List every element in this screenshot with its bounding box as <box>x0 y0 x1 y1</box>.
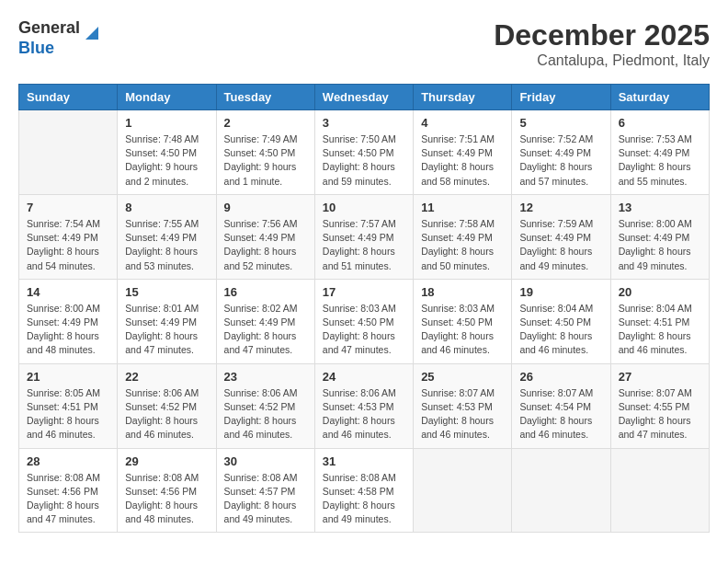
calendar-cell: 14Sunrise: 8:00 AMSunset: 4:49 PMDayligh… <box>19 279 118 363</box>
day-number: 16 <box>224 285 307 299</box>
calendar-cell: 16Sunrise: 8:02 AMSunset: 4:49 PMDayligh… <box>216 279 314 363</box>
day-number: 20 <box>619 285 701 299</box>
day-info: Sunrise: 8:08 AMSunset: 4:56 PMDaylight:… <box>125 471 208 527</box>
day-number: 2 <box>224 116 307 130</box>
calendar-cell: 13Sunrise: 8:00 AMSunset: 4:49 PMDayligh… <box>610 194 709 279</box>
day-info: Sunrise: 7:48 AMSunset: 4:50 PMDaylight:… <box>125 132 208 189</box>
calendar-cell: 30Sunrise: 8:08 AMSunset: 4:57 PMDayligh… <box>216 448 314 533</box>
day-number: 21 <box>27 370 109 384</box>
calendar-cell: 26Sunrise: 8:07 AMSunset: 4:54 PMDayligh… <box>512 363 610 448</box>
day-info: Sunrise: 7:50 AMSunset: 4:50 PMDaylight:… <box>323 132 405 189</box>
day-number: 4 <box>421 116 504 130</box>
day-info: Sunrise: 7:53 AMSunset: 4:49 PMDaylight:… <box>619 132 701 189</box>
calendar-week-row: 14Sunrise: 8:00 AMSunset: 4:49 PMDayligh… <box>19 279 710 363</box>
calendar-cell: 15Sunrise: 8:01 AMSunset: 4:49 PMDayligh… <box>118 279 216 363</box>
day-number: 31 <box>323 454 405 468</box>
calendar-cell: 29Sunrise: 8:08 AMSunset: 4:56 PMDayligh… <box>118 448 216 533</box>
day-info: Sunrise: 8:00 AMSunset: 4:49 PMDaylight:… <box>619 217 701 273</box>
calendar-cell: 19Sunrise: 8:04 AMSunset: 4:50 PMDayligh… <box>512 279 610 363</box>
calendar-week-row: 7Sunrise: 7:54 AMSunset: 4:49 PMDaylight… <box>19 194 710 279</box>
day-info: Sunrise: 8:02 AMSunset: 4:49 PMDaylight:… <box>224 302 307 358</box>
day-info: Sunrise: 8:08 AMSunset: 4:57 PMDaylight:… <box>224 471 307 527</box>
day-number: 11 <box>421 201 504 214</box>
day-number: 7 <box>27 201 109 214</box>
day-number: 14 <box>27 285 109 299</box>
day-info: Sunrise: 7:51 AMSunset: 4:49 PMDaylight:… <box>421 132 504 189</box>
day-number: 13 <box>619 201 701 214</box>
day-info: Sunrise: 7:59 AMSunset: 4:49 PMDaylight:… <box>519 217 602 273</box>
calendar-cell <box>19 110 118 195</box>
calendar-cell: 23Sunrise: 8:06 AMSunset: 4:52 PMDayligh… <box>216 363 314 448</box>
col-header-friday: Friday <box>512 85 610 110</box>
day-info: Sunrise: 8:04 AMSunset: 4:51 PMDaylight:… <box>619 302 701 358</box>
calendar-cell: 31Sunrise: 8:08 AMSunset: 4:58 PMDayligh… <box>314 448 413 533</box>
day-number: 15 <box>125 285 208 299</box>
day-number: 22 <box>125 370 208 384</box>
day-info: Sunrise: 7:49 AMSunset: 4:50 PMDaylight:… <box>224 132 307 189</box>
day-number: 17 <box>323 285 405 299</box>
day-info: Sunrise: 8:00 AMSunset: 4:49 PMDaylight:… <box>27 302 109 358</box>
day-number: 28 <box>27 454 109 468</box>
day-number: 19 <box>519 285 602 299</box>
calendar-header-row: SundayMondayTuesdayWednesdayThursdayFrid… <box>19 85 710 110</box>
calendar-cell: 28Sunrise: 8:08 AMSunset: 4:56 PMDayligh… <box>19 448 118 533</box>
calendar-cell: 8Sunrise: 7:55 AMSunset: 4:49 PMDaylight… <box>118 194 216 279</box>
calendar-cell: 4Sunrise: 7:51 AMSunset: 4:49 PMDaylight… <box>414 110 512 195</box>
calendar-cell <box>414 448 512 533</box>
calendar-cell: 27Sunrise: 8:07 AMSunset: 4:55 PMDayligh… <box>610 363 709 448</box>
calendar-cell <box>610 448 709 533</box>
calendar-cell: 20Sunrise: 8:04 AMSunset: 4:51 PMDayligh… <box>610 279 709 363</box>
day-info: Sunrise: 8:06 AMSunset: 4:53 PMDaylight:… <box>323 386 405 442</box>
day-info: Sunrise: 8:08 AMSunset: 4:56 PMDaylight:… <box>27 471 109 527</box>
col-header-wednesday: Wednesday <box>314 85 413 110</box>
month-title: December 2025 <box>494 18 710 52</box>
day-number: 8 <box>125 201 208 214</box>
day-number: 27 <box>619 370 701 384</box>
day-number: 23 <box>224 370 307 384</box>
day-info: Sunrise: 8:06 AMSunset: 4:52 PMDaylight:… <box>224 386 307 442</box>
logo-icon <box>82 23 102 47</box>
day-info: Sunrise: 8:05 AMSunset: 4:51 PMDaylight:… <box>27 386 109 442</box>
day-number: 24 <box>323 370 405 384</box>
title-area: December 2025 Cantalupa, Piedmont, Italy <box>494 18 710 69</box>
day-number: 30 <box>224 454 307 468</box>
calendar-cell: 21Sunrise: 8:05 AMSunset: 4:51 PMDayligh… <box>19 363 118 448</box>
day-number: 5 <box>519 116 602 130</box>
day-number: 29 <box>125 454 208 468</box>
calendar-cell: 25Sunrise: 8:07 AMSunset: 4:53 PMDayligh… <box>414 363 512 448</box>
calendar-cell: 6Sunrise: 7:53 AMSunset: 4:49 PMDaylight… <box>610 110 709 195</box>
day-info: Sunrise: 7:54 AMSunset: 4:49 PMDaylight:… <box>27 217 109 273</box>
svg-marker-0 <box>85 27 98 40</box>
day-info: Sunrise: 8:07 AMSunset: 4:55 PMDaylight:… <box>619 386 701 442</box>
logo: General Blue <box>18 18 102 58</box>
calendar-cell: 17Sunrise: 8:03 AMSunset: 4:50 PMDayligh… <box>314 279 413 363</box>
col-header-thursday: Thursday <box>414 85 512 110</box>
day-number: 12 <box>519 201 602 214</box>
calendar-cell: 18Sunrise: 8:03 AMSunset: 4:50 PMDayligh… <box>414 279 512 363</box>
day-number: 1 <box>125 116 208 130</box>
day-number: 6 <box>619 116 701 130</box>
day-info: Sunrise: 8:01 AMSunset: 4:49 PMDaylight:… <box>125 302 208 358</box>
calendar-cell: 10Sunrise: 7:57 AMSunset: 4:49 PMDayligh… <box>314 194 413 279</box>
calendar-cell: 11Sunrise: 7:58 AMSunset: 4:49 PMDayligh… <box>414 194 512 279</box>
day-info: Sunrise: 8:06 AMSunset: 4:52 PMDaylight:… <box>125 386 208 442</box>
page-header: General Blue December 2025 Cantalupa, Pi… <box>18 18 710 69</box>
calendar-week-row: 28Sunrise: 8:08 AMSunset: 4:56 PMDayligh… <box>19 448 710 533</box>
day-number: 26 <box>519 370 602 384</box>
day-info: Sunrise: 7:56 AMSunset: 4:49 PMDaylight:… <box>224 217 307 273</box>
day-number: 10 <box>323 201 405 214</box>
col-header-tuesday: Tuesday <box>216 85 314 110</box>
day-number: 3 <box>323 116 405 130</box>
day-info: Sunrise: 8:08 AMSunset: 4:58 PMDaylight:… <box>323 471 405 527</box>
logo-general: General <box>18 18 80 39</box>
calendar-cell: 22Sunrise: 8:06 AMSunset: 4:52 PMDayligh… <box>118 363 216 448</box>
day-info: Sunrise: 8:03 AMSunset: 4:50 PMDaylight:… <box>421 302 504 358</box>
calendar-cell: 1Sunrise: 7:48 AMSunset: 4:50 PMDaylight… <box>118 110 216 195</box>
calendar-cell: 7Sunrise: 7:54 AMSunset: 4:49 PMDaylight… <box>19 194 118 279</box>
day-info: Sunrise: 7:55 AMSunset: 4:49 PMDaylight:… <box>125 217 208 273</box>
calendar-table: SundayMondayTuesdayWednesdayThursdayFrid… <box>18 84 710 533</box>
day-info: Sunrise: 8:03 AMSunset: 4:50 PMDaylight:… <box>323 302 405 358</box>
calendar-cell: 12Sunrise: 7:59 AMSunset: 4:49 PMDayligh… <box>512 194 610 279</box>
calendar-cell: 5Sunrise: 7:52 AMSunset: 4:49 PMDaylight… <box>512 110 610 195</box>
logo-text-block: General Blue <box>18 18 80 58</box>
